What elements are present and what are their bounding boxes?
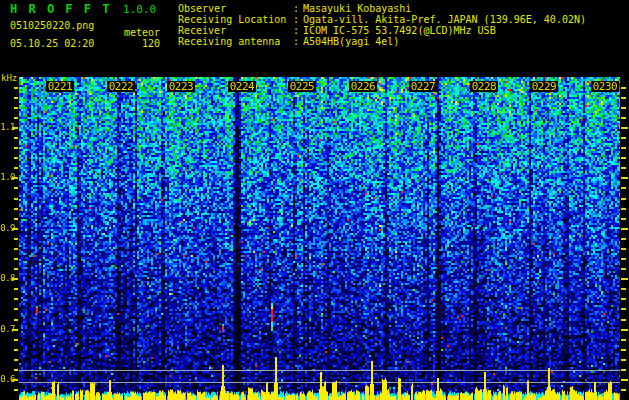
- y-axis-major-tick-right: [621, 177, 628, 179]
- y-axis-minor-tick-right: [621, 107, 626, 109]
- hrofft-window: H R O F F T 1.0.0 0510250220.png meteor …: [0, 0, 629, 400]
- info-label: Receiver: [178, 25, 293, 36]
- y-axis-minor-tick: [14, 218, 18, 220]
- y-axis-minor-tick: [14, 288, 18, 290]
- info-label: Receiving Location: [178, 14, 293, 25]
- info-colon: :: [293, 36, 303, 47]
- y-axis-minor-tick-right: [621, 187, 626, 189]
- x-axis-time-label: 0225: [288, 81, 316, 92]
- info-row: Observer:Masayuki Kobayashi: [178, 3, 586, 14]
- y-axis-minor-tick: [14, 137, 18, 139]
- y-axis-minor-tick-right: [621, 389, 626, 391]
- x-axis-time-label: 0230: [591, 81, 619, 92]
- y-axis-minor-tick: [14, 87, 18, 89]
- y-axis-minor-tick: [14, 248, 18, 250]
- app-version: 1.0.0: [123, 3, 156, 16]
- y-axis-minor-tick-right: [621, 349, 626, 351]
- y-axis-minor-tick: [14, 147, 18, 149]
- y-axis-minor-tick-right: [621, 359, 626, 361]
- spectrogram-canvas: [19, 77, 620, 400]
- y-axis-minor-tick: [14, 167, 18, 169]
- x-axis-time-label: 0226: [349, 81, 377, 92]
- duration: 120: [124, 38, 160, 49]
- datetime: 05.10.25 02:20: [10, 38, 94, 49]
- info-colon: :: [293, 25, 303, 36]
- y-axis-minor-tick: [14, 157, 18, 159]
- y-axis-minor-tick: [14, 298, 18, 300]
- info-row: Receiving antenna:A504HB(yagi 4el): [178, 36, 586, 47]
- x-axis-time-label: 0223: [167, 81, 195, 92]
- x-axis-time-label: 0229: [530, 81, 558, 92]
- y-axis-minor-tick: [14, 268, 18, 270]
- y-axis-minor-tick: [14, 208, 18, 210]
- info-value: ICOM IC-575 53.7492(@LCD)MHz USB: [303, 25, 496, 36]
- y-axis-minor-tick-right: [621, 167, 626, 169]
- y-axis-minor-tick: [14, 319, 18, 321]
- mode-label: meteor: [124, 27, 160, 38]
- y-axis-minor-tick-right: [621, 147, 626, 149]
- x-axis-time-label: 0227: [409, 81, 437, 92]
- x-axis-time-label: 0228: [470, 81, 498, 92]
- y-axis-minor-tick: [14, 198, 18, 200]
- y-axis-minor-tick: [14, 389, 18, 391]
- y-axis-tick-label: 0.7: [0, 325, 15, 334]
- info-colon: :: [293, 3, 303, 14]
- y-axis-minor-tick-right: [621, 258, 626, 260]
- y-axis-minor-tick-right: [621, 238, 626, 240]
- y-axis-unit-label: kHz: [1, 74, 17, 83]
- y-axis-minor-tick: [14, 349, 18, 351]
- y-axis-minor-tick: [14, 258, 18, 260]
- y-axis-minor-tick-right: [621, 137, 626, 139]
- y-axis-minor-tick: [14, 238, 18, 240]
- y-axis-major-tick-right: [621, 278, 628, 280]
- x-axis-time-label: 0221: [46, 81, 74, 92]
- y-axis-minor-tick-right: [621, 208, 626, 210]
- app-title: H R O F F T: [10, 2, 111, 16]
- y-axis-minor-tick-right: [621, 308, 626, 310]
- y-axis-minor-tick-right: [621, 117, 626, 119]
- info-value: Ogata-vill. Akita-Pref. JAPAN (139.96E, …: [303, 14, 586, 25]
- y-axis-minor-tick: [14, 308, 18, 310]
- info-row: Receiver:ICOM IC-575 53.7492(@LCD)MHz US…: [178, 25, 586, 36]
- y-axis-tick-label: 0.9: [0, 224, 15, 233]
- y-axis-minor-tick-right: [621, 298, 626, 300]
- y-axis-minor-tick: [14, 339, 18, 341]
- info-value: Masayuki Kobayashi: [303, 3, 411, 14]
- info-colon: :: [293, 14, 303, 25]
- y-axis-minor-tick-right: [621, 288, 626, 290]
- station-info: Observer:Masayuki KobayashiReceiving Loc…: [178, 3, 586, 47]
- y-axis-minor-tick-right: [621, 198, 626, 200]
- y-axis-minor-tick-right: [621, 218, 626, 220]
- y-axis-minor-tick: [14, 369, 18, 371]
- y-axis-minor-tick-right: [621, 248, 626, 250]
- y-axis-tick-label: 1.1: [0, 123, 15, 132]
- info-row: Receiving Location:Ogata-vill. Akita-Pre…: [178, 14, 586, 25]
- y-axis-minor-tick-right: [621, 339, 626, 341]
- y-axis-minor-tick: [14, 359, 18, 361]
- y-axis-minor-tick-right: [621, 268, 626, 270]
- info-label: Receiving antenna: [178, 36, 293, 47]
- y-axis-tick-label: 1.0: [0, 173, 15, 182]
- y-axis-major-tick-right: [621, 228, 628, 230]
- x-axis-time-label: 0222: [107, 81, 135, 92]
- y-axis-major-tick-right: [621, 127, 628, 129]
- y-axis-minor-tick: [14, 107, 18, 109]
- y-axis-minor-tick: [14, 117, 18, 119]
- filename: 0510250220.png: [10, 20, 94, 31]
- y-axis-minor-tick: [14, 97, 18, 99]
- info-value: A504HB(yagi 4el): [303, 36, 399, 47]
- y-axis-tick-label: 0.6: [0, 375, 15, 384]
- info-label: Observer: [178, 3, 293, 14]
- y-axis-minor-tick-right: [621, 97, 626, 99]
- y-axis-tick-label: 0.8: [0, 274, 15, 283]
- y-axis-minor-tick-right: [621, 87, 626, 89]
- y-axis-minor-tick-right: [621, 369, 626, 371]
- y-axis-minor-tick-right: [621, 319, 626, 321]
- y-axis-minor-tick-right: [621, 157, 626, 159]
- x-axis-time-label: 0224: [228, 81, 256, 92]
- y-axis-major-tick-right: [621, 379, 628, 381]
- y-axis-minor-tick: [14, 187, 18, 189]
- y-axis-major-tick-right: [621, 329, 628, 331]
